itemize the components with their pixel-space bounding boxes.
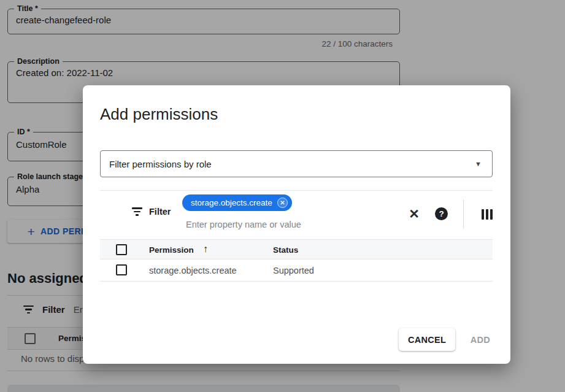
select-all-checkbox[interactable] [116, 244, 127, 255]
clear-filters-icon[interactable]: ✕ [405, 206, 423, 223]
chip-remove-icon[interactable]: ✕ [277, 198, 288, 208]
screen: Title * create-changefeed-role 22 / 100 … [0, 0, 565, 392]
filter-chip[interactable]: storage.objects.create ✕ [182, 194, 292, 211]
filter-permissions-by-role-dropdown[interactable]: Filter permissions by role ▼ [100, 150, 493, 177]
status-column-header[interactable]: Status [273, 245, 298, 255]
permissions-table-header: Permission ↑ Status [100, 239, 493, 259]
dialog-title: Add permissions [100, 105, 218, 124]
help-icon[interactable]: ? [435, 207, 448, 220]
status-cell: Supported [273, 266, 314, 275]
permission-cell: storage.objects.create [149, 266, 237, 275]
divider [463, 199, 464, 229]
table-row[interactable]: storage.objects.create Supported [100, 259, 493, 282]
filter-input[interactable] [186, 220, 388, 229]
add-button[interactable]: ADD [456, 328, 505, 351]
role-filter-placeholder: Filter permissions by role [109, 159, 475, 169]
cancel-button[interactable]: CANCEL [399, 328, 455, 351]
filter-chip-label: storage.objects.create [191, 198, 272, 207]
filter-label: Filter [149, 207, 171, 217]
add-permissions-dialog: Add permissions Filter permissions by ro… [83, 85, 510, 364]
column-display-icon[interactable] [479, 207, 495, 221]
filter-icon [132, 207, 142, 216]
sort-ascending-icon[interactable]: ↑ [203, 244, 208, 255]
row-checkbox[interactable] [116, 264, 127, 275]
permission-column-header[interactable]: Permission [149, 245, 194, 255]
permissions-filter-toolbar: Filter storage.objects.create ✕ ✕ ? [100, 191, 493, 239]
dropdown-arrow-icon: ▼ [475, 160, 482, 167]
